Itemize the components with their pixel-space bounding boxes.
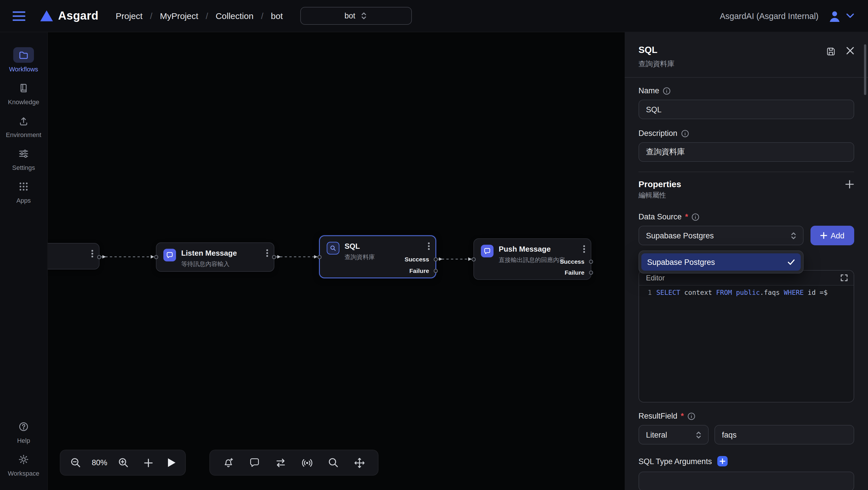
sidebar-item-apps[interactable]: Apps — [0, 178, 47, 204]
panel-scrollbar[interactable] — [864, 44, 866, 95]
breadcrumb-separator: / — [206, 11, 208, 21]
result-field-label: ResultField * — [639, 412, 854, 420]
close-icon[interactable] — [846, 47, 854, 55]
broadcast-icon[interactable] — [302, 457, 313, 468]
zoom-in-icon[interactable] — [118, 457, 129, 468]
breadcrumb-project[interactable]: Project — [116, 11, 143, 21]
breadcrumb-separator: / — [150, 11, 152, 21]
node-menu-icon[interactable] — [92, 250, 93, 257]
apps-grid-icon — [13, 178, 34, 194]
move-tool-icon[interactable] — [354, 457, 365, 468]
info-icon — [663, 87, 671, 95]
code-area[interactable]: 1 SELECT context FROM public.faqs WHERE … — [639, 286, 854, 298]
node-partial[interactable] — [48, 243, 99, 269]
sidebar-item-settings[interactable]: Settings — [0, 146, 47, 171]
workflow-selector[interactable]: bot — [300, 7, 411, 25]
chevrons-up-down-icon — [360, 11, 367, 20]
code-line: SELECT context FROM public.faqs WHERE id… — [656, 287, 828, 298]
breadcrumb-myproject[interactable]: MyProject — [160, 11, 198, 21]
node-output-port-success[interactable] — [589, 260, 593, 264]
workspace-gear-icon — [13, 452, 34, 467]
sidebar-item-label: Help — [17, 437, 30, 444]
data-source-select[interactable]: Supabase Postgres — [639, 226, 804, 245]
expand-icon[interactable] — [840, 274, 848, 282]
breadcrumb-bot[interactable]: bot — [271, 11, 283, 21]
check-icon — [787, 259, 795, 265]
top-header: Asgard Project / MyProject / Collection … — [0, 0, 868, 32]
node-menu-icon[interactable] — [267, 249, 268, 257]
app-name: Asgard — [58, 9, 98, 23]
add-sql-type-argument-icon[interactable] — [717, 456, 727, 466]
dropdown-option-supabase-postgres[interactable]: Supabase Postgres — [641, 253, 801, 270]
sql-type-argument-input[interactable] — [639, 471, 854, 490]
sidebar-item-workspace[interactable]: Workspace — [0, 452, 47, 477]
output-failure-label: Failure — [565, 269, 584, 276]
sidebar-item-environment[interactable]: Environment — [0, 113, 47, 138]
sidebar-item-workflows[interactable]: Workflows — [0, 47, 47, 73]
line-number: 1 — [639, 287, 656, 298]
node-menu-icon[interactable] — [428, 242, 430, 250]
node-title: Push Message — [499, 245, 566, 253]
output-failure-label: Failure — [409, 267, 429, 274]
sidebar-item-label: Settings — [12, 164, 35, 171]
result-field-type-select[interactable]: Literal — [639, 425, 709, 444]
node-output-port-failure[interactable] — [589, 270, 593, 275]
swap-arrows-icon[interactable] — [275, 458, 286, 468]
node-title: SQL — [345, 242, 375, 251]
run-workflow-icon[interactable] — [168, 458, 176, 467]
notification-add-icon[interactable] — [223, 457, 234, 468]
search-icon[interactable] — [328, 457, 339, 468]
breadcrumb-collection[interactable]: Collection — [216, 11, 254, 21]
account-label: AsgardAI (Asgard Internal) — [720, 11, 818, 21]
node-push-message[interactable]: Push Message 直接輸出訊息的回應內容 Success Failure — [473, 238, 591, 280]
node-input-port[interactable] — [472, 257, 476, 261]
sidebar-item-label: Knowledge — [8, 98, 39, 105]
properties-heading: Properties — [639, 179, 681, 189]
chevron-down-icon[interactable] — [846, 13, 854, 19]
result-field-input[interactable] — [714, 425, 854, 444]
node-output-port-failure[interactable] — [434, 269, 438, 273]
data-source-dropdown: Supabase Postgres — [639, 251, 804, 273]
save-icon[interactable] — [826, 47, 836, 56]
node-output-port[interactable] — [97, 255, 101, 259]
name-input[interactable] — [639, 99, 854, 119]
properties-subtitle: 編輯屬性 — [639, 191, 854, 200]
node-title: Listen Message — [181, 249, 237, 257]
breadcrumb-separator: / — [261, 11, 263, 21]
panel-title: SQL — [639, 45, 675, 55]
add-node-icon[interactable] — [144, 458, 153, 467]
node-menu-icon[interactable] — [584, 245, 585, 253]
description-label: Description — [639, 129, 854, 138]
node-subtitle: 直接輸出訊息的回應內容 — [499, 256, 566, 264]
node-config-panel: SQL 查詢資料庫 Name — [625, 32, 868, 490]
app-logo[interactable]: Asgard — [40, 9, 98, 23]
left-sidebar: Workflows Knowledge Environment Settings — [0, 32, 48, 490]
add-data-source-button[interactable]: Add — [810, 226, 854, 245]
info-icon — [687, 412, 695, 420]
node-listen-message[interactable]: Listen Message 等待訊息內容輸入 — [156, 242, 274, 272]
result-field-type-value: Literal — [646, 430, 667, 439]
add-property-icon[interactable] — [845, 179, 854, 189]
node-output-port-success[interactable] — [434, 257, 438, 261]
knowledge-book-icon — [13, 80, 34, 95]
zoom-out-icon[interactable] — [70, 457, 81, 468]
sidebar-item-help[interactable]: Help — [0, 419, 47, 444]
node-sql[interactable]: SQL 查詢資料庫 Success Failure — [319, 235, 436, 278]
chevrons-up-down-icon — [790, 231, 797, 240]
zoom-level: 80% — [90, 458, 109, 467]
node-output-port[interactable] — [272, 255, 276, 259]
comment-icon[interactable] — [249, 457, 260, 468]
help-circle-icon — [13, 419, 34, 434]
plus-icon — [820, 232, 827, 239]
node-input-port[interactable] — [154, 255, 158, 259]
sidebar-item-knowledge[interactable]: Knowledge — [0, 80, 47, 105]
sql-search-icon — [327, 242, 339, 255]
workflow-canvas[interactable]: Listen Message 等待訊息內容輸入 SQL 查詢資料庫 — [48, 32, 625, 490]
sidebar-item-label: Environment — [6, 131, 41, 138]
user-avatar-icon[interactable] — [828, 9, 841, 22]
data-source-value: Supabase Postgres — [646, 231, 714, 240]
node-input-port[interactable] — [317, 255, 321, 259]
description-input[interactable] — [639, 142, 854, 162]
node-subtitle: 等待訊息內容輸入 — [181, 260, 237, 268]
menu-icon[interactable] — [13, 11, 25, 21]
